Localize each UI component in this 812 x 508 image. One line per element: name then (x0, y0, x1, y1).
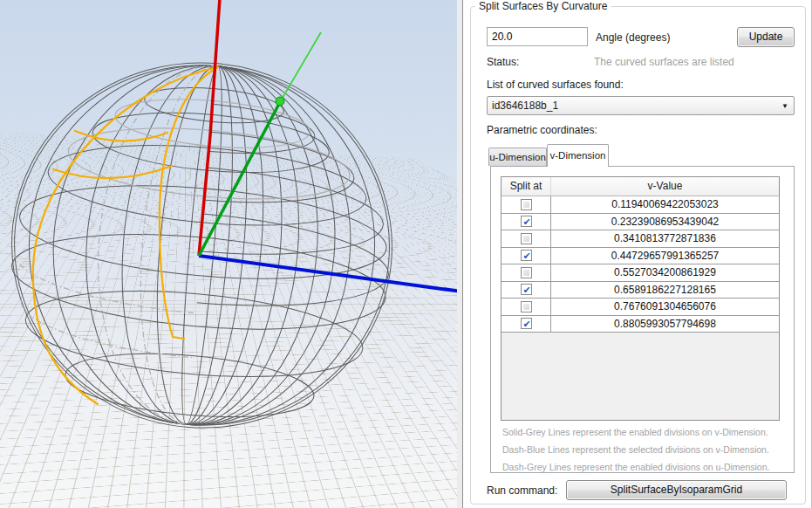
panel-splitter[interactable] (457, 0, 463, 508)
surface-dropdown[interactable]: id3646188b_1 ▼ (487, 96, 795, 115)
v-value-cell[interactable]: 0.11940069422053023 (551, 196, 779, 213)
table-row: 0.5527034200861929 (502, 264, 779, 282)
tab-u-dimension[interactable]: u-Dimension (488, 148, 547, 166)
split-checkbox-checked[interactable] (521, 284, 532, 295)
surface-dropdown-value: id3646188b_1 (488, 100, 776, 112)
v-value-cell[interactable]: 0.44729657991365257 (551, 248, 779, 264)
table-row: 0.23239086953439042 (502, 214, 779, 231)
table-row: 0.8805993057794698 (502, 316, 779, 333)
split-surfaces-window: Split Surfaces By Curvature Angle (degre… (0, 0, 812, 508)
angle-label: Angle (degrees) (596, 31, 670, 44)
column-header-split-at[interactable]: Split at (502, 177, 551, 196)
split-at-cell (502, 196, 551, 213)
split-at-cell (502, 299, 551, 315)
legend-note: Dash-Blue Lines represent the selected d… (502, 444, 769, 455)
split-checkbox-checked[interactable] (521, 250, 532, 261)
v-value-table: Split at v-Value 0.119400694220530230.23… (501, 176, 780, 421)
split-checkbox-unchecked[interactable] (521, 233, 532, 244)
split-checkbox-checked[interactable] (521, 318, 532, 329)
table-row: 0.7676091304656076 (502, 299, 779, 316)
split-at-cell (502, 248, 551, 264)
v-value-cell[interactable]: 0.23239086953439042 (551, 214, 779, 230)
legend-note: Solid-Grey Lines represent the enabled d… (502, 427, 768, 437)
sphere-scene (0, 0, 457, 508)
surface-list-label: List of curved surfaces found: (487, 79, 624, 91)
legend-note: Dash-Grey Lines represent the enabled di… (502, 462, 769, 472)
update-button[interactable]: Update (737, 27, 795, 47)
table-body: 0.119400694220530230.232390869534390420.… (502, 196, 779, 333)
split-checkbox-unchecked[interactable] (521, 301, 532, 312)
split-at-cell (502, 214, 551, 230)
dash-grey-division-lines (1, 50, 217, 424)
y-axis-extension (280, 32, 321, 102)
split-checkbox-unchecked[interactable] (521, 199, 532, 210)
status-value: The curved surfaces are listed (594, 56, 734, 68)
split-surfaces-panel: Split Surfaces By Curvature Angle (degre… (463, 0, 812, 508)
run-command-button[interactable]: SplitSurfaceByIsoparamGrid (566, 480, 787, 500)
table-row: 0.11940069422053023 (502, 196, 779, 214)
v-value-cell[interactable]: 0.8805993057794698 (551, 316, 779, 333)
angle-input[interactable] (487, 27, 588, 46)
split-checkbox-unchecked[interactable] (521, 267, 532, 278)
split-at-cell (502, 316, 551, 333)
table-header: Split at v-Value (502, 177, 779, 196)
parametric-label: Parametric coordinates: (487, 124, 597, 136)
column-header-v-value[interactable]: v-Value (551, 177, 779, 196)
tab-v-dimension[interactable]: v-Dimension (547, 144, 609, 167)
split-checkbox-checked[interactable] (521, 216, 532, 227)
status-label: Status: (487, 56, 519, 68)
split-at-cell (502, 282, 551, 299)
v-value-cell[interactable]: 0.3410813772871836 (551, 230, 779, 247)
v-value-cell[interactable]: 0.7676091304656076 (551, 299, 779, 315)
split-at-cell (502, 264, 551, 281)
x-axis (199, 256, 457, 292)
v-value-cell[interactable]: 0.5527034200861929 (551, 264, 779, 281)
table-row: 0.3410813772871836 (502, 230, 779, 248)
dropdown-arrow-icon[interactable]: ▼ (776, 102, 794, 110)
3d-viewport[interactable] (0, 0, 457, 508)
groupbox-title: Split Surfaces By Curvature (475, 0, 611, 12)
v-value-cell[interactable]: 0.6589186227128165 (551, 282, 779, 299)
split-at-cell (502, 230, 551, 247)
y-axis-point-marker[interactable] (276, 97, 284, 106)
table-row: 0.44729657991365257 (502, 248, 779, 265)
table-row: 0.6589186227128165 (502, 282, 779, 299)
run-command-label: Run command: (487, 484, 557, 497)
